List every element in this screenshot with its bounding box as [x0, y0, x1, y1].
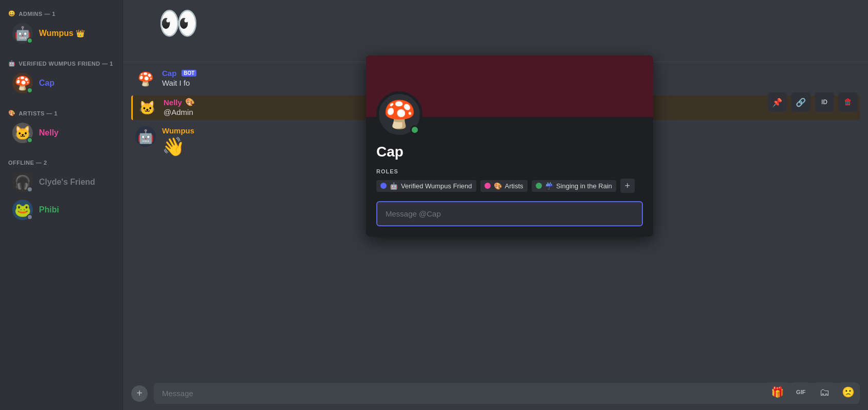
- nelly-artist-icon: 🎨: [185, 97, 195, 107]
- cap-bot-tag: BOT: [181, 70, 196, 76]
- phibi-name: Phibi: [39, 205, 59, 214]
- verified-label: VERIFIED WUMPUS FRIEND — 1: [19, 61, 113, 67]
- wumpus-status-dot: [27, 37, 33, 44]
- member-wumpus[interactable]: 🤖 Wumpus 👑: [4, 20, 118, 47]
- clyde-status-dot: [27, 186, 33, 192]
- pin-icon: 📌: [772, 97, 782, 107]
- gift-icon: 🎁: [771, 386, 784, 398]
- phibi-avatar-container: 🐸: [12, 200, 33, 220]
- profile-popup: 🍄 Cap ROLES 🤖 Verified Wumpus Friend 🎨 A…: [366, 55, 653, 237]
- profile-avatar-area: 🍄: [376, 91, 422, 138]
- add-role-button[interactable]: +: [620, 179, 635, 193]
- member-clyde[interactable]: 🎧 Clyde's Friend: [4, 169, 118, 196]
- admins-header: 😀 ADMINS — 1: [0, 6, 123, 19]
- cap-msg-author-name: Cap: [162, 69, 176, 77]
- role-badge-singing[interactable]: ☔ Singing in the Rain: [532, 180, 616, 192]
- wumpus-name: Wumpus 👑: [39, 29, 85, 38]
- roles-row: 🤖 Verified Wumpus Friend 🎨 Artists ☔ Sin…: [376, 179, 643, 193]
- id-label: ID: [821, 99, 827, 106]
- link-button[interactable]: 🔗: [791, 92, 811, 112]
- chat-input[interactable]: [154, 383, 860, 404]
- gif-label: GIF: [796, 389, 805, 395]
- add-attachment-button[interactable]: +: [131, 385, 148, 402]
- verified-role-icon: 🤖: [390, 182, 398, 190]
- singing-role-dot: [536, 183, 542, 189]
- verified-emoji: 🤖: [8, 60, 16, 67]
- artists-emoji: 🎨: [8, 110, 16, 116]
- clyde-avatar-container: 🎧: [12, 172, 33, 192]
- nelly-name: Nelly: [39, 128, 58, 138]
- emoji-button[interactable]: 🙁: [838, 382, 858, 402]
- wumpus-msg-avatar: 🤖: [135, 126, 156, 147]
- artists-role-dot: [485, 183, 491, 189]
- roles-section: ROLES 🤖 Verified Wumpus Friend 🎨 Artists…: [376, 168, 643, 193]
- admins-emoji: 😀: [8, 10, 16, 17]
- phibi-status-dot: [27, 214, 33, 220]
- artists-header: 🎨 ARTISTS — 1: [0, 106, 123, 119]
- wumpus-msg-author-name: Wumpus: [162, 126, 194, 135]
- verified-role-dot: [380, 183, 387, 189]
- sidebar: 😀 ADMINS — 1 🤖 Wumpus 👑 🤖 VERIFIED WUMPU…: [0, 0, 123, 410]
- chat-input-area: +: [123, 377, 868, 410]
- cap-avatar-container: 🍄: [12, 73, 33, 93]
- singing-role-label: Singing in the Rain: [556, 182, 612, 190]
- artists-role-icon: 🎨: [494, 182, 502, 190]
- eyes-emoji: 👀: [158, 5, 199, 42]
- emoji-icon: 🙁: [842, 386, 855, 398]
- member-cap[interactable]: 🍄 Cap: [4, 70, 118, 96]
- bottom-action-buttons: 🎁 GIF 🗂 🙁: [768, 382, 858, 402]
- sticker-icon: 🗂: [819, 386, 830, 398]
- cap-msg-avatar: 🍄: [135, 69, 156, 89]
- add-role-icon: +: [625, 181, 631, 191]
- role-badge-verified[interactable]: 🤖 Verified Wumpus Friend: [376, 180, 476, 192]
- nelly-status-dot: [27, 137, 33, 143]
- nelly-msg-avatar: 🐱: [137, 97, 157, 118]
- eyes-decoration: 👀: [154, 0, 203, 47]
- delete-button[interactable]: 🗑: [838, 92, 858, 112]
- member-phibi[interactable]: 🐸 Phibi: [4, 197, 118, 223]
- admins-label: ADMINS — 1: [19, 11, 56, 17]
- nelly-msg-author-name: Nelly: [164, 98, 182, 107]
- member-nelly[interactable]: 🐱 Nelly: [4, 120, 118, 146]
- clyde-name: Clyde's Friend: [39, 178, 95, 187]
- id-button[interactable]: ID: [815, 92, 834, 112]
- gift-button[interactable]: 🎁: [768, 382, 787, 402]
- offline-header: OFFLINE — 2: [0, 155, 123, 168]
- cap-name: Cap: [39, 79, 54, 88]
- pin-button[interactable]: 📌: [768, 92, 787, 112]
- verified-role-label: Verified Wumpus Friend: [401, 182, 472, 190]
- roles-label: ROLES: [376, 168, 643, 174]
- cap-status-dot: [27, 87, 33, 93]
- gif-button[interactable]: GIF: [791, 382, 811, 402]
- artists-label: ARTISTS — 1: [19, 110, 58, 116]
- profile-name: Cap: [376, 144, 643, 160]
- profile-message-input[interactable]: [376, 201, 643, 226]
- delete-icon: 🗑: [844, 97, 852, 107]
- wumpus-avatar-container: 🤖: [12, 23, 33, 44]
- singing-role-icon: ☔: [545, 182, 553, 190]
- popup-action-buttons: 📌 🔗 ID 🗑: [768, 92, 858, 112]
- profile-status-dot: [410, 125, 419, 134]
- wumpus-crown-icon: 👑: [76, 29, 85, 37]
- artists-role-label: Artists: [505, 182, 523, 190]
- profile-banner: 🍄: [366, 55, 653, 117]
- offline-label: OFFLINE — 2: [8, 160, 47, 166]
- link-icon: 🔗: [796, 97, 806, 107]
- verified-header: 🤖 VERIFIED WUMPUS FRIEND — 1: [0, 56, 123, 69]
- sticker-button[interactable]: 🗂: [815, 382, 834, 402]
- nelly-avatar-container: 🐱: [12, 123, 33, 143]
- role-badge-artists[interactable]: 🎨 Artists: [480, 180, 528, 192]
